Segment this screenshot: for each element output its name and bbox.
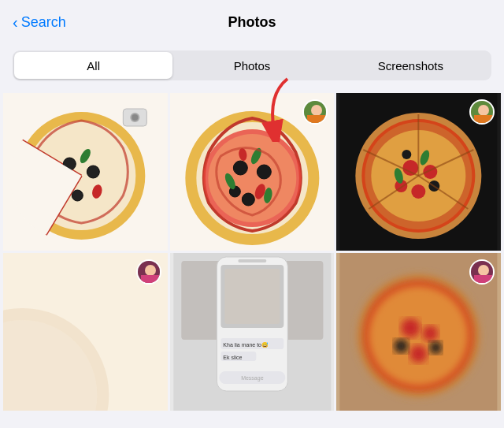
photo-cell-6[interactable] bbox=[336, 253, 501, 411]
svg-point-15 bbox=[132, 114, 138, 121]
back-button[interactable]: ‹ Search bbox=[13, 13, 66, 32]
svg-point-84 bbox=[478, 265, 489, 276]
svg-rect-73 bbox=[238, 259, 266, 262]
seg-photos[interactable]: Photos bbox=[172, 52, 331, 79]
svg-point-37 bbox=[403, 160, 419, 176]
svg-point-44 bbox=[402, 150, 412, 159]
photo-cell-3[interactable] bbox=[336, 93, 501, 251]
svg-point-78 bbox=[402, 318, 421, 337]
avatar-badge-3 bbox=[469, 99, 495, 125]
chevron-left-icon: ‹ bbox=[13, 13, 18, 32]
svg-rect-66 bbox=[224, 269, 280, 324]
svg-point-8 bbox=[87, 166, 99, 178]
page-header: ‹ Search Photos bbox=[0, 0, 504, 44]
back-label: Search bbox=[21, 14, 66, 31]
svg-point-39 bbox=[412, 184, 426, 199]
photo-grid: Kha lia mane to😅 Ek slice Message bbox=[3, 93, 501, 411]
svg-text:Message: Message bbox=[241, 375, 264, 381]
svg-point-81 bbox=[395, 339, 409, 353]
photo-cell-1[interactable] bbox=[3, 93, 168, 251]
segmented-control: All Photos Screenshots bbox=[13, 50, 491, 80]
avatar-badge-6 bbox=[469, 259, 495, 285]
svg-point-80 bbox=[410, 345, 428, 363]
svg-point-20 bbox=[257, 165, 271, 179]
photo-cell-5[interactable]: Kha lia mane to😅 Ek slice Message bbox=[170, 253, 335, 411]
photo-cell-4[interactable] bbox=[3, 253, 168, 411]
svg-point-29 bbox=[311, 105, 322, 116]
svg-point-77 bbox=[369, 286, 469, 385]
page-title: Photos bbox=[228, 14, 276, 31]
svg-point-79 bbox=[423, 326, 439, 341]
svg-text:Kha lia mane to😅: Kha lia mane to😅 bbox=[223, 341, 269, 348]
svg-point-9 bbox=[72, 190, 83, 201]
svg-text:Ek slice: Ek slice bbox=[223, 355, 242, 360]
seg-all[interactable]: All bbox=[14, 52, 172, 79]
svg-point-21 bbox=[242, 193, 254, 206]
svg-point-58 bbox=[145, 265, 156, 276]
photo-cell-2[interactable] bbox=[170, 93, 335, 251]
avatar-badge-4 bbox=[136, 259, 161, 285]
svg-point-82 bbox=[430, 341, 443, 354]
svg-point-51 bbox=[478, 105, 489, 116]
seg-screenshots[interactable]: Screenshots bbox=[332, 52, 490, 79]
svg-point-19 bbox=[233, 161, 247, 175]
